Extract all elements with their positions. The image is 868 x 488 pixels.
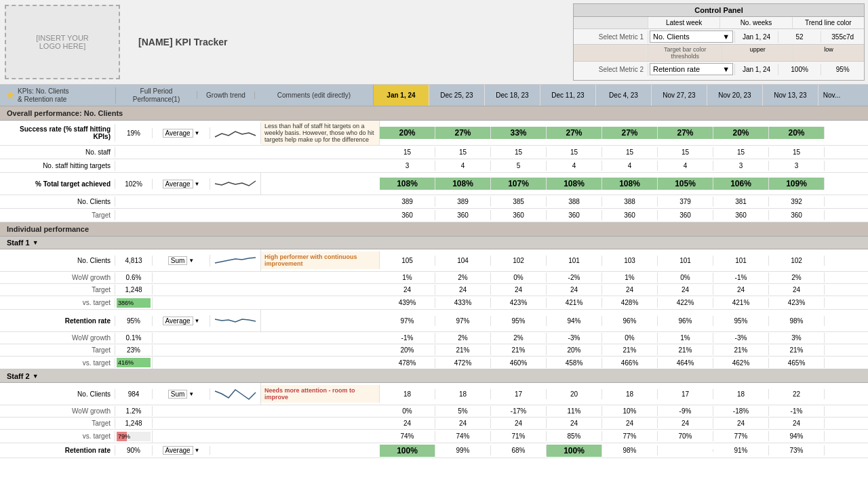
metric2-dropdown[interactable]: Retention rate▼	[650, 63, 733, 75]
metric2-label: Select Metric 2	[574, 63, 648, 76]
s1-ret-wow-label: WoW growth	[0, 333, 115, 343]
trend-line-header: Trend line color	[793, 17, 864, 28]
s2-vs-target-label: vs. target	[0, 431, 115, 441]
highlight-week-value: Jan 1, 24	[734, 64, 778, 75]
s1-target-label: Target	[0, 285, 115, 295]
latest-week-value: Jan 1, 24	[734, 31, 778, 43]
kpis-label: KPIs: No. Clients & Retention rate	[18, 87, 69, 104]
staff1-dropdown-arrow[interactable]: ▼	[33, 239, 39, 246]
individual-performance-header: Individual performance	[0, 222, 868, 237]
success-rate-comment[interactable]: Less than half of staff hit targets on a…	[261, 121, 380, 145]
data-body: Overall performance: No. Clients Success…	[0, 106, 868, 488]
s1-sparkline	[210, 249, 261, 271]
no-weeks-header: No. weeks	[720, 17, 792, 28]
total-target-value: 102%	[115, 179, 153, 189]
total-target-avg[interactable]: Average ▼	[153, 178, 210, 190]
s2-retention-label: Retention rate	[0, 445, 115, 455]
s2-retention-value: 90%	[115, 445, 153, 455]
trend-line-value: 355c7d	[821, 31, 864, 43]
low-label: low	[793, 45, 864, 61]
no-staff-hitting-label: No. staff hitting targets	[0, 161, 115, 171]
s1-no-clients-value: 4,813	[115, 256, 153, 266]
upper-value: 100%	[778, 64, 821, 75]
total-target-label: % Total target achieved	[0, 179, 115, 189]
s1-ret-wow-value: 0.1%	[115, 333, 153, 343]
date-col-active: Jan 1, 24	[373, 85, 429, 106]
full-period-label: Full Period Performance(1)	[115, 87, 197, 104]
success-rate-label: Success rate (% staff hitting KPIs)	[0, 124, 115, 142]
target-bar-label: Target bar color thresholds	[648, 45, 722, 61]
s1-retention-label: Retention rate	[0, 316, 115, 326]
no-staff-label: No. staff	[0, 147, 115, 157]
kpi-info-bar: ★ KPIs: No. Clients & Retention rate Ful…	[0, 85, 868, 106]
target-overall-label: Target	[0, 210, 115, 220]
staff2-dropdown-arrow[interactable]: ▼	[33, 373, 39, 380]
s1-no-clients-label: No. Clients	[0, 256, 115, 266]
s1-wow-value: 0.6%	[115, 272, 153, 283]
s1-vs-target-label: vs. target	[0, 298, 115, 308]
s2-no-clients-label: No. Clients	[0, 389, 115, 399]
staff1-header[interactable]: Staff 1 ▼	[0, 237, 868, 249]
s2-wow-label: WoW growth	[0, 406, 115, 416]
s1-wow-label: WoW growth	[0, 272, 115, 283]
s2-wow-value: 1.2%	[115, 406, 153, 416]
metric1-label: Select Metric 1	[574, 30, 648, 43]
growth-trend-label: Growth trend	[197, 92, 254, 99]
s1-ret-target-label: Target	[0, 345, 115, 355]
s1-retention-avg[interactable]: Average ▼	[153, 315, 210, 327]
app-title: [NAME] KPI Tracker	[138, 37, 227, 47]
success-rate-avg-dropdown[interactable]: Average ▼	[153, 127, 210, 139]
sparkline-overall	[210, 122, 261, 144]
s1-retention-value: 95%	[115, 316, 153, 326]
sparkline-total	[210, 173, 261, 195]
s1-ret-sparkline	[210, 310, 261, 331]
control-panel: Control Panel Latest week No. weeks Tren…	[573, 3, 865, 81]
upper-label: upper	[722, 45, 793, 61]
s1-ret-vs-target-label: vs. target	[0, 358, 115, 368]
s1-ret-target-value: 23%	[115, 345, 153, 355]
latest-week-header: Latest week	[648, 17, 720, 28]
control-panel-title: Control Panel	[574, 4, 864, 17]
success-rate-value: 19%	[115, 128, 153, 138]
metric1-dropdown[interactable]: No. Clients▼	[650, 30, 733, 43]
s2-sparkline	[210, 383, 261, 405]
logo-box: [INSERT YOUR LOGO HERE]	[5, 5, 120, 79]
s1-target-value: 1,248	[115, 285, 153, 295]
s1-no-clients-agg[interactable]: Sum ▼	[153, 255, 210, 266]
s2-target-label: Target	[0, 418, 115, 428]
s2-comment[interactable]: Needs more attention - room to improve	[261, 385, 380, 403]
star-icon: ★	[5, 89, 15, 102]
no-weeks-value: 52	[778, 31, 821, 43]
s1-comment[interactable]: High performer with continuous improveme…	[261, 251, 380, 269]
comments-label: Comments (edit directly)	[254, 92, 373, 99]
staff2-header[interactable]: Staff 2 ▼	[0, 370, 868, 383]
no-clients-overall-label: No. Clients	[0, 197, 115, 207]
s2-target-value: 1,248	[115, 418, 153, 428]
overall-performance-header: Overall performance: No. Clients	[0, 106, 868, 121]
s2-no-clients-agg[interactable]: Sum ▼	[153, 388, 210, 400]
low-value: 95%	[821, 64, 864, 75]
s2-no-clients-value: 984	[115, 389, 153, 399]
